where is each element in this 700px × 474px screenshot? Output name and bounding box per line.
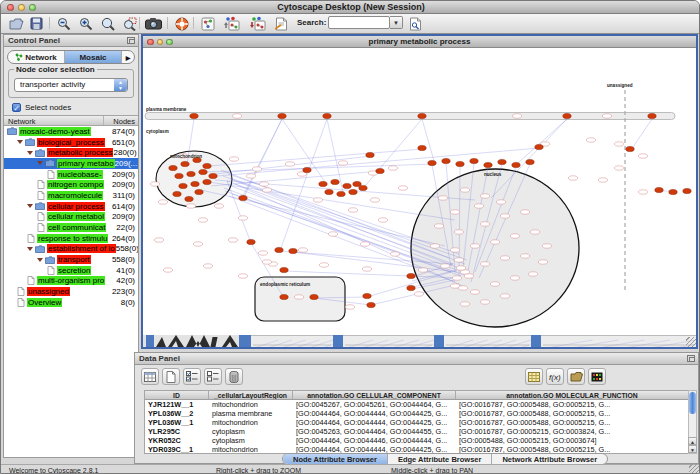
network-edge[interactable] bbox=[205, 164, 433, 172]
table-cell[interactable]: cytoplasm bbox=[209, 427, 293, 436]
network-node-unmatched[interactable] bbox=[414, 292, 423, 296]
network-node-matched[interactable] bbox=[407, 285, 415, 290]
export-network-button[interactable] bbox=[248, 15, 267, 32]
network-node-matched[interactable] bbox=[456, 161, 464, 166]
column-header[interactable]: ID bbox=[145, 391, 209, 399]
table-row[interactable]: YJR121W__1mitochondrion[GO:0045267, GO:0… bbox=[145, 400, 689, 409]
select-all-attributes-button[interactable] bbox=[183, 368, 201, 385]
column-header[interactable]: annotation.GO MOLECULAR_FUNCTION bbox=[456, 391, 689, 399]
table-cell[interactable]: [GO:0044464, GO:0044444, GO:0044425, G..… bbox=[293, 418, 456, 427]
tab-mosaic[interactable]: Mosaic bbox=[65, 51, 122, 63]
network-node-unmatched[interactable] bbox=[203, 264, 212, 268]
network-edge[interactable] bbox=[209, 149, 423, 166]
network-node-unmatched[interactable] bbox=[530, 230, 539, 234]
network-node-unmatched[interactable] bbox=[338, 161, 347, 165]
network-edge[interactable] bbox=[243, 119, 282, 199]
network-node-unmatched[interactable] bbox=[500, 294, 509, 298]
network-node-unmatched[interactable] bbox=[193, 242, 202, 246]
network-edge[interactable] bbox=[209, 182, 455, 220]
network-node-matched[interactable] bbox=[280, 294, 288, 299]
network-node-matched[interactable] bbox=[181, 161, 189, 166]
window-resize-grip[interactable] bbox=[689, 464, 699, 474]
zoom-in-button[interactable] bbox=[76, 15, 95, 32]
network-node-matched[interactable] bbox=[669, 189, 677, 194]
network-edge[interactable] bbox=[201, 190, 445, 246]
table-cell[interactable]: YKR052C bbox=[145, 436, 209, 445]
network-node-unmatched[interactable] bbox=[232, 114, 241, 118]
network-node-unmatched[interactable] bbox=[460, 302, 469, 306]
network-node-unmatched[interactable] bbox=[163, 268, 172, 272]
network-node-unmatched[interactable] bbox=[528, 272, 537, 276]
network-edge[interactable] bbox=[365, 119, 422, 186]
table-cell[interactable]: mitochondrion bbox=[209, 418, 293, 427]
annotation-button[interactable] bbox=[272, 15, 291, 32]
network-node-matched[interactable] bbox=[191, 181, 199, 186]
network-node-unmatched[interactable] bbox=[458, 286, 467, 290]
network-node-matched[interactable] bbox=[376, 168, 384, 173]
network-node-unmatched[interactable] bbox=[252, 167, 261, 171]
table-cell[interactable]: YPL036W__2 bbox=[145, 409, 209, 418]
network-node-matched[interactable] bbox=[626, 146, 634, 151]
tree-row[interactable]: cellular process614(0) bbox=[4, 201, 138, 212]
network-node-unmatched[interactable] bbox=[238, 216, 247, 220]
table-cell[interactable]: plasma membrane bbox=[209, 409, 293, 418]
network-node-matched[interactable] bbox=[310, 294, 318, 299]
network-node-unmatched[interactable] bbox=[490, 240, 499, 244]
network-node-matched[interactable] bbox=[512, 162, 520, 167]
table-row[interactable]: YLR295Ccytoplasm[GO:0045263, GO:0044464,… bbox=[145, 427, 689, 436]
attribute-browser-tab[interactable]: Node Attribute Browser bbox=[283, 454, 388, 464]
network-node-unmatched[interactable] bbox=[500, 256, 509, 260]
attribute-table[interactable]: ID_cellularLayoutRegionannotation.GO CEL… bbox=[144, 390, 690, 454]
tree-row[interactable]: metabolic process280(0) bbox=[4, 147, 138, 158]
attribute-browser-tab[interactable]: Network Attribute Browser bbox=[492, 454, 607, 464]
network-node-matched[interactable] bbox=[278, 113, 286, 118]
network-node-matched[interactable] bbox=[526, 159, 534, 164]
table-cell[interactable]: [GO:0016787, GO:0005215, GO:0003824, G..… bbox=[456, 427, 689, 436]
table-cell[interactable]: mitochondrion bbox=[209, 400, 293, 409]
network-node-matched[interactable] bbox=[185, 196, 193, 201]
network-node-unmatched[interactable] bbox=[538, 260, 547, 264]
expand-triangle-icon[interactable] bbox=[27, 247, 33, 251]
network-node-unmatched[interactable] bbox=[500, 214, 509, 218]
network-node-unmatched[interactable] bbox=[480, 300, 489, 304]
zoom-fit-button[interactable] bbox=[98, 15, 117, 32]
tree-row[interactable]: biological_process651(0) bbox=[4, 137, 138, 148]
network-node-matched[interactable] bbox=[187, 171, 195, 176]
select-attributes-button[interactable] bbox=[141, 368, 159, 385]
float-panel-icon[interactable] bbox=[687, 355, 695, 362]
network-view-titlebar[interactable]: primary metabolic process bbox=[143, 36, 696, 48]
table-cell[interactable]: mitochondrion bbox=[209, 445, 293, 454]
network-node-unmatched[interactable] bbox=[450, 248, 459, 252]
network-node-unmatched[interactable] bbox=[638, 154, 647, 158]
save-session-button[interactable] bbox=[27, 15, 46, 32]
network-node-unmatched[interactable] bbox=[158, 200, 167, 204]
network-node-matched[interactable] bbox=[418, 113, 426, 118]
tree-row[interactable]: cellular metabol209(0) bbox=[4, 212, 138, 223]
heatmap-button[interactable] bbox=[588, 368, 606, 385]
tree-header-network[interactable]: Network bbox=[4, 116, 104, 125]
network-node-unmatched[interactable] bbox=[454, 230, 463, 234]
network-node-unmatched[interactable] bbox=[238, 274, 247, 278]
network-node-unmatched[interactable] bbox=[438, 196, 447, 200]
tree-row[interactable]: transport558(0) bbox=[4, 254, 138, 265]
network-node-unmatched[interactable] bbox=[602, 114, 611, 118]
formula-builder-button[interactable]: f(x) bbox=[546, 368, 564, 385]
network-node-matched[interactable] bbox=[442, 158, 450, 163]
tree-row[interactable]: multi-organism pro42(0) bbox=[4, 276, 138, 287]
attribute-matrix-button[interactable] bbox=[525, 368, 543, 385]
network-node-matched[interactable] bbox=[195, 189, 203, 194]
view-resize-grip[interactable] bbox=[686, 337, 696, 347]
network-node-matched[interactable] bbox=[407, 273, 415, 278]
network-node-matched[interactable] bbox=[275, 247, 283, 252]
scrollbar-thumb[interactable] bbox=[689, 392, 696, 414]
network-node-matched[interactable] bbox=[303, 167, 311, 172]
table-row[interactable]: YKR052Ccytoplasm[GO:0044464, GO:0044446,… bbox=[145, 436, 689, 445]
unselect-all-attributes-button[interactable] bbox=[204, 368, 222, 385]
snapshot-button[interactable] bbox=[144, 15, 163, 32]
network-node-matched[interactable] bbox=[199, 169, 207, 174]
table-cell[interactable]: [GO:0044464, GO:0044446, GO:0044444, G..… bbox=[293, 436, 456, 445]
network-node-unmatched[interactable] bbox=[450, 210, 459, 214]
table-cell[interactable]: YJR121W__1 bbox=[145, 400, 209, 409]
table-cell[interactable]: cytoplasm bbox=[209, 436, 293, 445]
network-node-matched[interactable] bbox=[325, 189, 333, 194]
